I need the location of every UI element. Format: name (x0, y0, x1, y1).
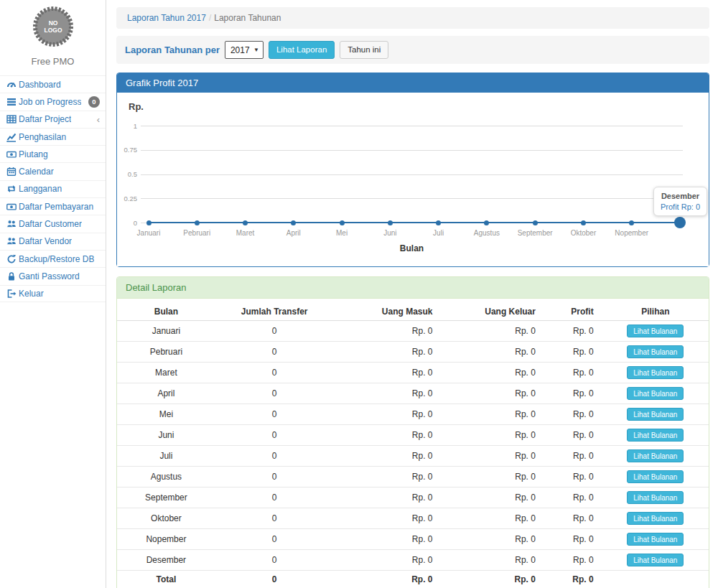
sidebar-item-penghasilan[interactable]: Penghasilan (0, 128, 106, 145)
cell-bulan: Oktober (117, 508, 215, 529)
cell-jumlah_transfer: 0 (215, 467, 334, 487)
cell-profit: Rp. 0 (544, 425, 602, 446)
cell-uang_masuk: Rp. 0 (334, 342, 442, 363)
cell-uang_masuk: Rp. 0 (334, 550, 442, 571)
count-badge: 0 (88, 96, 100, 108)
sidebar-item-daftar-pembayaran[interactable]: Daftar Pembayaran (0, 197, 106, 215)
view-monthly-button-pebruari[interactable]: Lihat Bulanan (627, 345, 684, 358)
column-header-uang-keluar: Uang Keluar (442, 303, 544, 321)
breadcrumb: Laporan Tahun 2017/Laporan Tahunan (116, 7, 709, 29)
chart-point-agustus[interactable] (484, 220, 489, 225)
profit-chart-panel: Grafik Profit 2017 Rp. Bulan Desember Pr… (116, 73, 709, 267)
view-monthly-button-januari[interactable]: Lihat Bulanan (627, 325, 684, 337)
cell-profit: Rp. 0 (544, 446, 602, 467)
chart-point-mei[interactable] (340, 220, 345, 225)
chart-point-april[interactable] (291, 220, 296, 225)
sidebar: NO LOGO Free PMO DashboardJob on Progres… (0, 0, 106, 588)
tachometer-icon (6, 80, 19, 90)
view-monthly-button-agustus[interactable]: Lihat Bulanan (627, 470, 684, 483)
cell-uang_keluar: Rp. 0 (442, 550, 544, 571)
cell-uang_masuk: Rp. 0 (334, 487, 442, 508)
view-monthly-button-nopember[interactable]: Lihat Bulanan (627, 533, 684, 546)
sidebar-item-keluar[interactable]: Keluar (0, 285, 106, 302)
view-report-button[interactable]: Lihat Laporan (269, 41, 335, 59)
sidebar-item-label: Calendar (19, 167, 54, 177)
view-monthly-button-september[interactable]: Lihat Bulanan (627, 491, 684, 504)
view-monthly-button-desember[interactable]: Lihat Bulanan (627, 554, 684, 566)
cell-profit: Rp. 0 (544, 529, 602, 550)
sidebar-item-label: Daftar Customer (19, 219, 82, 229)
sidebar-item-label: Langganan (19, 184, 62, 194)
cell-pilihan: Lihat Bulanan (602, 467, 709, 487)
sidebar-item-job-on-progress[interactable]: Job on Progress0 (0, 93, 106, 110)
chart-y-tick-label: 1 (117, 122, 137, 130)
users-icon (6, 219, 19, 229)
chart-x-tick-label: September (509, 229, 561, 237)
table-row-oktober: Oktober0Rp. 0Rp. 0Rp. 0Lihat Bulanan (117, 508, 709, 529)
sidebar-item-langganan[interactable]: Langganan (0, 180, 106, 197)
chart-x-tick-label: Mei (316, 229, 368, 237)
chart-y-tick-label: 0.75 (117, 146, 137, 154)
table-row-pebruari: Pebruari0Rp. 0Rp. 0Rp. 0Lihat Bulanan (117, 342, 709, 363)
view-monthly-button-juni[interactable]: Lihat Bulanan (627, 429, 684, 442)
total-cell-jumlah_transfer: 0 (215, 571, 334, 588)
chart-point-september[interactable] (533, 220, 538, 225)
sidebar-item-calendar[interactable]: Calendar (0, 162, 106, 179)
year-select[interactable]: 2017 ▼ (225, 41, 264, 59)
table-body: Januari0Rp. 0Rp. 0Rp. 0Lihat BulananPebr… (117, 321, 709, 571)
cell-uang_keluar: Rp. 0 (442, 383, 544, 404)
sidebar-item-label: Job on Progress (19, 97, 81, 107)
view-monthly-button-mei[interactable]: Lihat Bulanan (627, 408, 684, 421)
cell-uang_keluar: Rp. 0 (442, 321, 544, 342)
table-total-row: Total0Rp. 0Rp. 0Rp. 0 (117, 571, 709, 588)
sidebar-item-backup-restore-db[interactable]: Backup/Restore DB (0, 250, 106, 267)
cell-pilihan: Lihat Bulanan (602, 487, 709, 508)
cell-profit: Rp. 0 (544, 550, 602, 571)
cell-pilihan: Lihat Bulanan (602, 508, 709, 529)
refresh-icon (6, 254, 19, 264)
sidebar-item-label: Ganti Password (19, 271, 80, 281)
sidebar-item-label: Daftar Project (19, 114, 71, 124)
breadcrumb-link[interactable]: Laporan Tahun 2017 (127, 13, 206, 23)
sign-out-icon (6, 289, 19, 299)
cell-jumlah_transfer: 0 (215, 550, 334, 571)
sidebar-item-ganti-password[interactable]: Ganti Password (0, 267, 106, 284)
view-monthly-button-maret[interactable]: Lihat Bulanan (627, 366, 684, 379)
chart-gridline (141, 126, 683, 126)
report-table: BulanJumlah TransferUang MasukUang Kelua… (117, 303, 709, 588)
sidebar-item-label: Daftar Vendor (19, 236, 72, 246)
cell-bulan: September (117, 487, 215, 508)
view-monthly-button-april[interactable]: Lihat Bulanan (627, 387, 684, 400)
total-cell-uang_keluar: Rp. 0 (442, 571, 544, 588)
this-year-button[interactable]: Tahun ini (340, 41, 388, 59)
sidebar-item-daftar-vendor[interactable]: Daftar Vendor (0, 233, 106, 250)
sidebar-item-daftar-project[interactable]: Daftar Project‹ (0, 111, 106, 128)
sidebar-item-dashboard[interactable]: Dashboard (0, 75, 106, 93)
cell-uang_keluar: Rp. 0 (442, 404, 544, 425)
cell-bulan: April (117, 383, 215, 404)
tasks-icon (6, 97, 19, 107)
sidebar-item-piutang[interactable]: Piutang (0, 145, 106, 162)
cell-profit: Rp. 0 (544, 363, 602, 383)
chart-point-maret[interactable] (243, 220, 248, 225)
chart-point-nopember[interactable] (629, 220, 634, 225)
chart-point-juli[interactable] (436, 220, 441, 225)
sidebar-item-daftar-customer[interactable]: Daftar Customer (0, 215, 106, 232)
chart-point-pebruari[interactable] (195, 220, 200, 225)
chart-point-juni[interactable] (388, 220, 393, 225)
cell-uang_masuk: Rp. 0 (334, 363, 442, 383)
cell-uang_masuk: Rp. 0 (334, 446, 442, 467)
cell-jumlah_transfer: 0 (215, 342, 334, 363)
view-monthly-button-oktober[interactable]: Lihat Bulanan (627, 512, 684, 525)
table-row-april: April0Rp. 0Rp. 0Rp. 0Lihat Bulanan (117, 383, 709, 404)
view-monthly-button-juli[interactable]: Lihat Bulanan (627, 449, 684, 462)
sidebar-item-label: Backup/Restore DB (19, 254, 94, 264)
chart-x-tick-label: Nopember (606, 229, 658, 237)
cell-profit: Rp. 0 (544, 321, 602, 342)
sidebar-item-label: Daftar Pembayaran (19, 202, 93, 212)
chart-x-axis-title: Bulan (376, 243, 448, 253)
chart-point-desember[interactable] (674, 217, 686, 228)
chart-point-januari[interactable] (146, 220, 151, 225)
table-row-agustus: Agustus0Rp. 0Rp. 0Rp. 0Lihat Bulanan (117, 467, 709, 487)
chart-point-oktober[interactable] (581, 220, 586, 225)
